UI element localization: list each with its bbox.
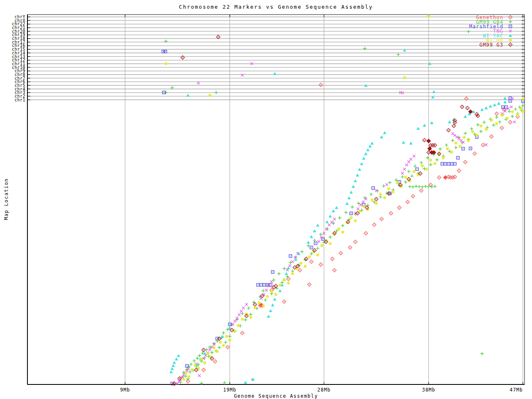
marshfield-marker	[450, 163, 453, 165]
tng-marker	[197, 82, 200, 84]
x-tick-label-38Mb: 38Mb	[422, 387, 435, 393]
wi-rh-marker	[261, 304, 265, 308]
wi-rh-marker	[241, 318, 244, 321]
chromosome-label-chr1: chr1	[15, 98, 25, 102]
wi-yac-marker	[350, 191, 352, 193]
gm99-gb4-marker	[261, 289, 265, 293]
gm99-gb4-marker	[319, 233, 323, 236]
gm99-gb4-marker	[420, 161, 423, 164]
wi-yac-marker	[380, 135, 383, 138]
tng-marker	[187, 367, 190, 370]
tng-marker	[413, 155, 415, 157]
gm99-gb4-marker	[214, 91, 218, 94]
gm99-gb4-marker	[205, 348, 208, 351]
marshfield-marker	[263, 283, 266, 286]
wi-yac-marker	[297, 252, 300, 255]
gm99-g3-marker	[452, 124, 456, 128]
gm99-gb4-marker	[264, 298, 267, 302]
gm99-gb4-marker	[410, 175, 414, 178]
gm99-gb4-marker	[357, 202, 360, 205]
wi-rh-marker	[475, 133, 478, 137]
wi-yac-marker	[371, 142, 374, 144]
wi-yac-marker	[329, 215, 332, 217]
wi-rh-marker	[278, 283, 282, 287]
series-marshfield	[162, 50, 525, 385]
tng-marker	[234, 320, 236, 323]
marshfield-marker	[469, 147, 472, 150]
tng-marker	[240, 310, 242, 313]
wi-rh-marker	[257, 301, 261, 304]
tng-marker	[242, 307, 244, 309]
legend-marker-gm99-g3	[507, 42, 514, 47]
gm99-gb4-marker	[418, 185, 421, 188]
wi-yac-marker	[493, 103, 496, 106]
wi-rh-marker	[521, 110, 525, 113]
wi-yac-marker	[356, 174, 359, 176]
gm99-gb4-marker	[277, 272, 281, 276]
gm99-gb4-marker	[210, 351, 214, 354]
tng-marker	[403, 168, 406, 170]
wi-rh-marker	[225, 335, 228, 338]
gm99-gb4-marker	[511, 115, 514, 118]
wi-yac-marker	[369, 145, 372, 147]
gm99-gb4-marker	[283, 267, 286, 270]
wi-rh-marker	[450, 150, 453, 154]
gm99-gb4-marker	[464, 132, 467, 135]
wi-rh-marker	[425, 167, 428, 171]
wi-yac-marker	[172, 364, 175, 367]
gm99-gb4-marker	[414, 165, 417, 168]
gm99-g3-marker	[461, 105, 464, 109]
wi-yac-marker	[417, 127, 420, 130]
gm99-gb4-marker	[228, 335, 232, 338]
legend-marker-tng	[507, 29, 514, 33]
tng-marker	[333, 218, 336, 220]
wi-rh-marker	[495, 122, 498, 126]
wi-yac-marker	[497, 102, 500, 105]
wi-rh-marker	[316, 253, 319, 256]
wi-rh-marker	[354, 219, 357, 222]
wi-yac-marker	[504, 97, 507, 99]
genethon-marker	[339, 251, 342, 255]
wi-yac-marker	[271, 304, 274, 306]
gm99-gb4-marker	[244, 318, 247, 322]
wi-yac-marker	[316, 224, 319, 227]
genethon-marker	[319, 263, 323, 266]
gm99-gb4-marker	[224, 341, 227, 344]
wi-yac-marker	[367, 148, 369, 151]
genethon-marker	[473, 152, 477, 155]
wi-yac-marker	[187, 94, 190, 96]
wi-yac-marker	[480, 108, 483, 111]
gm99-gb4-marker	[470, 127, 473, 131]
wi-yac-marker	[365, 153, 367, 155]
gm99-gb4-marker	[222, 331, 225, 335]
wi-rh-marker	[303, 265, 307, 268]
tng-marker	[359, 204, 362, 206]
gm99-g3-marker	[466, 106, 469, 110]
gm99-gb4-marker	[495, 116, 498, 119]
genethon-marker	[419, 189, 423, 192]
wi-rh-marker	[471, 130, 474, 133]
legend-marker-wi-yac	[507, 33, 514, 38]
wi-yac-marker	[464, 115, 467, 118]
gm99-gb4-marker	[480, 352, 484, 355]
tng-marker	[294, 256, 296, 259]
legend-marker-gm99-gb4	[507, 20, 514, 24]
gm99-gb4-marker	[430, 185, 433, 189]
wi-rh-marker	[164, 62, 167, 65]
gridlines	[125, 15, 523, 384]
gm99-g3-marker	[272, 286, 276, 289]
wi-rh-marker	[222, 344, 225, 347]
marshfield-marker	[289, 255, 292, 258]
wi-yac-marker	[489, 105, 492, 107]
plot-area: chrYchrXchr22chr21chr20chr19chr18chr17ch…	[0, 0, 532, 399]
wi-rh-marker	[485, 128, 488, 131]
x-tick-label-9Mb: 9Mb	[120, 387, 130, 393]
wi-rh-marker	[392, 190, 395, 194]
wi-yac-marker	[325, 221, 328, 223]
genethon-marker	[330, 257, 334, 261]
wi-rh-marker	[283, 278, 286, 282]
wi-yac-marker	[383, 131, 386, 134]
wi-yac-marker	[269, 309, 272, 312]
wi-rh-marker	[416, 173, 420, 177]
series-gm99-g3	[172, 35, 480, 386]
